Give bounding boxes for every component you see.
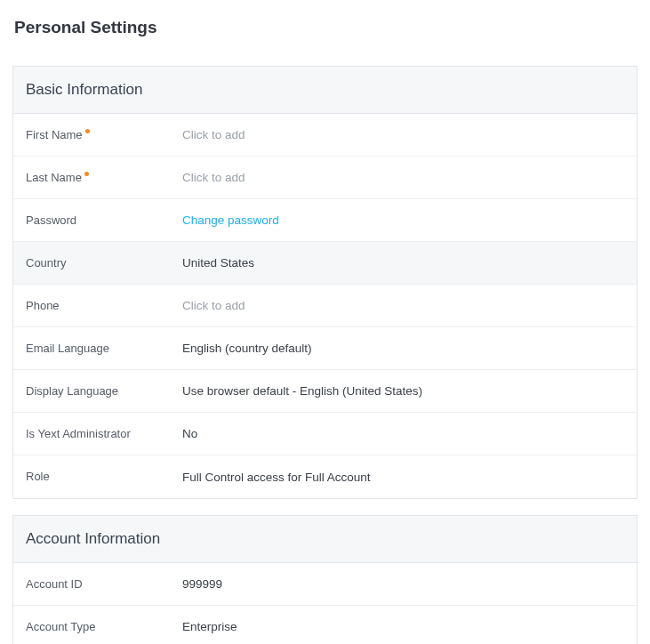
email-language-row[interactable]: Email Language English (country default) [13,327,637,370]
account-id-row: Account ID 999999 [13,563,637,606]
role-row: Role Full Control access for Full Accoun… [13,455,637,498]
account-type-label: Account Type [26,619,182,635]
account-information-header: Account Information [13,516,637,563]
first-name-label: First Name [26,127,182,143]
change-password-link[interactable]: Change password [182,213,624,227]
last-name-row[interactable]: Last Name Click to add [13,157,637,199]
password-label: Password [26,213,182,229]
is-admin-value: No [182,427,624,440]
last-name-value[interactable]: Click to add [182,171,624,184]
basic-information-header: Basic Information [13,67,637,114]
required-indicator-icon [85,129,90,133]
account-type-row: Account Type Enterprise [13,606,637,644]
phone-row[interactable]: Phone Click to add [13,285,637,327]
page-title: Personal Settings [12,18,638,37]
first-name-label-text: First Name [26,127,83,143]
first-name-row[interactable]: First Name Click to add [13,114,637,157]
email-language-label: Email Language [26,341,182,357]
phone-value[interactable]: Click to add [182,299,624,312]
country-value: United States [182,256,624,270]
country-label: Country [26,255,182,271]
is-admin-label: Is Yext Administrator [26,426,182,442]
account-id-value: 999999 [182,577,624,591]
display-language-row[interactable]: Display Language Use browser default - E… [13,370,637,413]
email-language-value: English (country default) [182,342,624,355]
display-language-value: Use browser default - English (United St… [182,384,624,398]
country-row[interactable]: Country United States [13,242,637,285]
account-information-section: Account Information Account ID 999999 Ac… [12,515,638,644]
account-type-value: Enterprise [182,620,624,633]
is-admin-row: Is Yext Administrator No [13,413,637,455]
phone-label: Phone [26,298,182,314]
last-name-label-text: Last Name [26,170,82,186]
last-name-label: Last Name [26,170,182,186]
required-indicator-icon [84,172,89,176]
basic-information-section: Basic Information First Name Click to ad… [12,66,638,499]
display-language-label: Display Language [26,383,182,399]
first-name-value[interactable]: Click to add [182,128,624,141]
password-row: Password Change password [13,199,637,242]
account-id-label: Account ID [26,576,182,592]
role-label: Role [26,469,182,485]
role-value: Full Control access for Full Account [182,471,624,484]
